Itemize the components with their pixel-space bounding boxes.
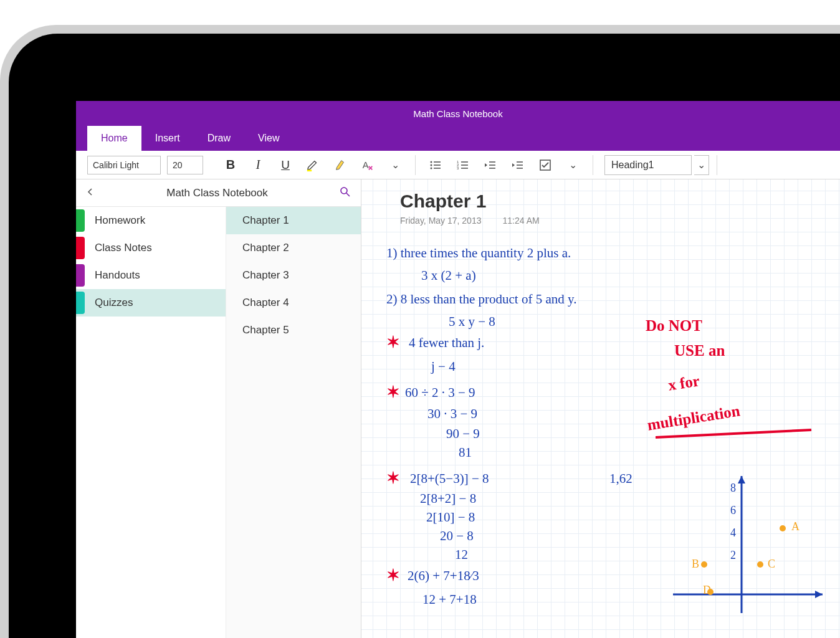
chevron-down-icon: ⌄ <box>391 159 399 171</box>
section-handouts[interactable]: Handouts <box>76 262 226 289</box>
tab-insert[interactable]: Insert <box>141 126 194 151</box>
graph-point-label: D <box>703 584 711 596</box>
font-size-input[interactable] <box>167 156 203 174</box>
chevron-down-icon: ⌄ <box>697 159 705 171</box>
back-button[interactable] <box>86 188 95 199</box>
search-button[interactable] <box>340 186 351 200</box>
red-star-icon: ✶ <box>386 566 400 585</box>
svg-text:3: 3 <box>457 166 459 170</box>
tab-label: Home <box>101 133 128 143</box>
ribbon-toolbar: B I U A ⌄ 123 ⌄ <box>76 151 840 179</box>
red-ink-line: x for <box>667 373 700 393</box>
graph-point-label: C <box>768 558 775 569</box>
red-star-icon: ✶ <box>386 469 400 488</box>
page-time: 11:24 AM <box>502 216 539 226</box>
page-chapter-3[interactable]: Chapter 3 <box>226 262 361 289</box>
page-list: Chapter 1 Chapter 2 Chapter 3 Chapter 4 … <box>226 207 361 638</box>
svg-point-26 <box>780 525 786 531</box>
separator <box>717 155 717 175</box>
tab-view[interactable]: View <box>244 126 293 151</box>
svg-point-4 <box>431 167 432 169</box>
device-frame-inner: Math Class Notebook Home Insert Draw Vie… <box>9 34 840 638</box>
style-dropdown-button[interactable]: ⌄ <box>694 155 709 175</box>
style-name: Heading1 <box>611 160 654 171</box>
tab-draw[interactable]: Draw <box>194 126 244 151</box>
coordinate-graph <box>673 476 835 626</box>
todo-tag-button[interactable] <box>533 154 558 176</box>
red-ink-line: Do NOT <box>646 318 702 333</box>
page-chapter-1[interactable]: Chapter 1 <box>226 207 361 234</box>
highlight-button[interactable] <box>300 154 325 176</box>
note-canvas[interactable]: Chapter 1 Friday, May 17, 2013 11:24 AM … <box>361 179 840 638</box>
section-list: Homework Class Notes Handouts Quizzes <box>76 207 226 638</box>
section-quizzes[interactable]: Quizzes <box>76 289 226 317</box>
svg-point-2 <box>431 161 432 163</box>
italic-button[interactable]: I <box>246 154 270 176</box>
ink-line: 2[8+2] − 8 <box>420 492 476 505</box>
svg-rect-0 <box>307 169 312 171</box>
ink-line: 12 + 7+18 <box>422 593 477 606</box>
page-label: Chapter 4 <box>242 297 289 309</box>
page-chapter-5[interactable]: Chapter 5 <box>226 317 361 344</box>
page-date: Friday, May 17, 2013 <box>400 216 481 226</box>
font-name-input[interactable] <box>87 156 161 174</box>
style-selector[interactable]: Heading1 <box>604 155 692 175</box>
separator <box>415 155 416 175</box>
ink-line: 1,62 <box>609 472 632 485</box>
chevron-down-icon: ⌄ <box>569 159 577 171</box>
ink-color-button[interactable] <box>328 154 353 176</box>
indent-button[interactable] <box>505 154 530 176</box>
section-color-tab <box>76 209 85 232</box>
svg-point-27 <box>701 561 707 568</box>
svg-line-23 <box>656 430 811 437</box>
axis-tick-label: 8 <box>730 482 736 493</box>
ink-line: 3 x (2 + a) <box>421 269 476 282</box>
section-color-tab <box>76 292 85 314</box>
ink-line: 2) 8 less than the product of 5 and y. <box>386 293 576 306</box>
axis-tick-label: 4 <box>730 527 736 538</box>
ink-line: 2[10] − 8 <box>426 511 475 524</box>
nav-header: Math Class Notebook <box>76 179 361 207</box>
underline-button[interactable]: U <box>273 154 298 176</box>
page-chapter-4[interactable]: Chapter 4 <box>226 289 361 317</box>
red-underline-icon <box>656 429 818 441</box>
bullet-list-icon <box>429 159 442 171</box>
page-chapter-2[interactable]: Chapter 2 <box>226 234 361 262</box>
section-class-notes[interactable]: Class Notes <box>76 234 226 262</box>
page-label: Chapter 3 <box>242 269 289 282</box>
device-frame-outer: Math Class Notebook Home Insert Draw Vie… <box>0 25 840 638</box>
outdent-button[interactable] <box>478 154 503 176</box>
page-title[interactable]: Chapter 1 <box>400 191 486 212</box>
red-star-icon: ✶ <box>386 383 400 402</box>
app-window: Math Class Notebook Home Insert Draw Vie… <box>76 101 840 638</box>
ink-line: 4 fewer than j. <box>409 336 484 350</box>
axis-tick-label: 2 <box>730 550 736 561</box>
notebook-title: Math Class Notebook <box>166 187 268 199</box>
ink-line: 20 − 8 <box>440 530 474 543</box>
ink-line: 1) three times the quantity 2 plus a. <box>386 247 571 260</box>
axis-tick-label: 6 <box>730 505 736 516</box>
section-homework[interactable]: Homework <box>76 207 226 234</box>
bold-button[interactable]: B <box>218 154 243 176</box>
svg-text:A: A <box>363 160 369 169</box>
section-color-tab <box>76 264 85 287</box>
tags-dropdown-button[interactable]: ⌄ <box>560 154 585 176</box>
section-label: Quizzes <box>95 297 133 309</box>
page-datetime: Friday, May 17, 2013 11:24 AM <box>400 216 540 226</box>
more-font-button[interactable]: ⌄ <box>383 154 408 176</box>
ink-line: 81 <box>459 446 472 459</box>
svg-point-21 <box>341 188 347 194</box>
ribbon-tabs: Home Insert Draw View <box>76 126 840 151</box>
tab-home[interactable]: Home <box>87 126 141 151</box>
svg-point-3 <box>431 164 432 166</box>
eraser-icon: A <box>361 158 375 172</box>
number-list-button[interactable]: 123 <box>451 154 475 176</box>
indent-icon <box>512 159 524 171</box>
ink-line: 2(6) + 7+18⁄3 <box>408 569 479 583</box>
navigation-pane: Math Class Notebook Homework Class Notes… <box>76 179 361 638</box>
separator <box>593 155 593 175</box>
chevron-left-icon <box>86 188 95 196</box>
red-ink-line: USE an <box>674 343 725 358</box>
bullet-list-button[interactable] <box>423 154 448 176</box>
clear-format-button[interactable]: A <box>355 154 380 176</box>
